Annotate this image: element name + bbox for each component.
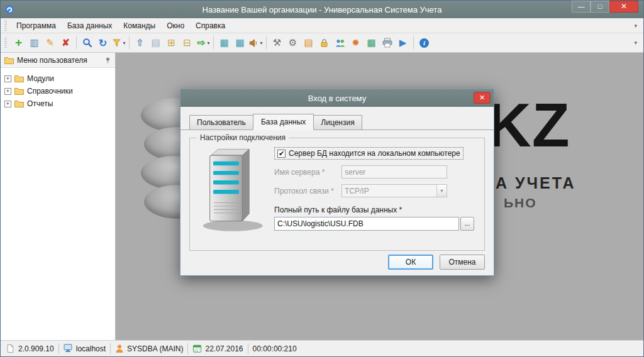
- maximize-button[interactable]: □: [591, 1, 609, 13]
- expand-icon[interactable]: +: [4, 88, 11, 95]
- browse-button[interactable]: ...: [460, 217, 474, 231]
- menubar-overflow-icon[interactable]: ▾: [631, 23, 640, 29]
- menubar-grip-handle[interactable]: [4, 21, 7, 31]
- copy-icon: ▥: [29, 38, 40, 48]
- actions-button[interactable]: ✹: [348, 36, 363, 50]
- tab-license[interactable]: Лицензия: [313, 115, 362, 129]
- edit-record-button[interactable]: ✎: [43, 36, 57, 50]
- export-icon: ⇨: [196, 38, 206, 48]
- date-segment: 22.07.2016: [192, 344, 243, 353]
- filter-button[interactable]: ▾: [111, 36, 126, 50]
- toolbar-separator: [413, 36, 414, 49]
- user-icon: [115, 344, 124, 353]
- protocol-row: Протокол связи * TCP/IP ▾: [274, 184, 478, 197]
- menu-window[interactable]: Окно: [161, 19, 190, 32]
- connection-fields: ✔ Сервер БД находится на локальном компь…: [272, 146, 478, 235]
- form-icon: ▤: [303, 38, 314, 48]
- menu-database[interactable]: База данных: [62, 19, 118, 32]
- status-separator: [110, 343, 111, 354]
- close-button[interactable]: ✕: [609, 1, 638, 13]
- server-name-label: Имя сервера *: [274, 168, 341, 177]
- toolbar-separator: [266, 36, 267, 49]
- tree-item-modules[interactable]: + Модули: [4, 72, 111, 85]
- server-name-row: Имя сервера *: [274, 165, 478, 178]
- dialog-tabs: Пользователь База данных Лицензия: [180, 107, 494, 130]
- user-menu-tree: + Модули + Справочники + Отчеты: [1, 68, 115, 114]
- edit-icon: ✎: [45, 38, 55, 48]
- add-icon: +: [13, 38, 24, 48]
- schedule-button[interactable]: ▦: [233, 36, 247, 50]
- play-icon: ▶: [397, 38, 408, 48]
- cancel-button[interactable]: Отмена: [440, 255, 485, 270]
- folder-icon: [14, 75, 24, 82]
- users-button[interactable]: [333, 36, 347, 50]
- db-path-input[interactable]: [274, 217, 459, 231]
- tree-expand-button[interactable]: ⊞: [164, 36, 179, 50]
- pin-icon[interactable]: [104, 57, 111, 64]
- sidebar: Меню пользователя + Модули + Справочники…: [1, 53, 116, 340]
- toolbar-grip-handle[interactable]: [4, 38, 7, 48]
- tree-item-reports[interactable]: + Отчеты: [4, 97, 111, 110]
- minimize-button[interactable]: —: [572, 1, 591, 13]
- tree-item-label: Модули: [27, 74, 54, 83]
- tree-expand-icon: ⊞: [166, 38, 177, 48]
- lock-button[interactable]: [317, 36, 331, 50]
- search-button[interactable]: [80, 36, 94, 50]
- local-server-checkbox-label: Сервер БД находится на локальном компьют…: [289, 149, 460, 158]
- folder-icon: [14, 87, 24, 95]
- menu-help[interactable]: Справка: [190, 19, 231, 32]
- duplicate-button[interactable]: ▤: [148, 36, 163, 50]
- export-button[interactable]: ⇨▾: [196, 36, 210, 50]
- app-window: Название Вашей организации - Универсальн…: [0, 0, 644, 357]
- timer-segment: 00:00:00:210: [253, 344, 297, 353]
- status-separator: [187, 343, 188, 354]
- info-button[interactable]: i: [417, 36, 431, 50]
- app-version: 2.0.909.10: [18, 344, 54, 353]
- expand-icon[interactable]: +: [4, 101, 11, 107]
- print-button[interactable]: [380, 36, 394, 50]
- menu-program[interactable]: Программа: [11, 19, 62, 32]
- chevron-down-icon: ▾: [207, 40, 209, 46]
- tree-collapse-button[interactable]: ⊟: [180, 36, 194, 50]
- media-button[interactable]: ▶: [396, 36, 410, 50]
- lock-icon: [319, 38, 330, 48]
- tree-item-directories[interactable]: + Справочники: [4, 85, 111, 97]
- host-segment: localhost: [64, 344, 106, 353]
- delete-record-button[interactable]: ✘: [58, 36, 73, 50]
- table-icon: ▦: [366, 38, 377, 48]
- tab-database[interactable]: База данных: [253, 114, 314, 130]
- protocol-value: TCP/IP: [342, 187, 436, 195]
- current-user: SYSDBA (MAIN): [127, 344, 183, 353]
- toolbar-separator: [213, 36, 214, 49]
- window-controls: — □ ✕: [572, 1, 638, 13]
- tools-button[interactable]: ⚒: [270, 36, 284, 50]
- filter-icon: [111, 38, 122, 48]
- schedule-add-button[interactable]: ▦: [217, 36, 231, 50]
- ok-button[interactable]: ОК: [388, 255, 433, 270]
- table-button[interactable]: ▦: [364, 36, 379, 50]
- import-button[interactable]: ⇧: [133, 36, 147, 50]
- settings-button[interactable]: ⚙: [286, 36, 300, 50]
- toolbar-overflow-icon[interactable]: ▾: [631, 40, 640, 46]
- copy-record-button[interactable]: ▥: [27, 36, 42, 50]
- main-toolbar: + ▥ ✎ ✘ ↻ ▾ ⇧ ▤ ⊞ ⊟ ⇨▾ ▦ ▦ ▾ ⚒ ⚙ ▤ ✹ ▦ ▶…: [1, 33, 643, 53]
- session-timer: 00:00:00:210: [253, 344, 297, 353]
- form-designer-button[interactable]: ▤: [301, 36, 316, 50]
- tools-icon: ⚒: [272, 38, 282, 48]
- status-bar: 2.0.909.10 localhost SYSDBA (MAIN) 22.07…: [1, 340, 643, 356]
- delete-icon: ✘: [60, 38, 71, 48]
- group-title: Настройки подключения: [197, 133, 289, 142]
- tab-user[interactable]: Пользователь: [189, 115, 253, 129]
- watermark-kz-text: KZ: [487, 94, 570, 156]
- add-record-button[interactable]: +: [11, 36, 26, 50]
- info-icon: i: [419, 38, 429, 48]
- dialog-close-button[interactable]: ✕: [474, 92, 491, 104]
- audit-button[interactable]: ▾: [248, 36, 263, 50]
- refresh-button[interactable]: ↻: [96, 36, 110, 50]
- window-title: Название Вашей организации - Универсальн…: [1, 5, 643, 14]
- menu-commands[interactable]: Команды: [118, 19, 161, 32]
- local-server-checkbox[interactable]: ✔ Сервер БД находится на локальном компь…: [274, 147, 464, 160]
- expand-icon[interactable]: +: [4, 75, 11, 82]
- login-dialog: Вход в систему ✕ Пользователь База данны…: [180, 89, 494, 276]
- checkbox-icon[interactable]: ✔: [277, 150, 286, 158]
